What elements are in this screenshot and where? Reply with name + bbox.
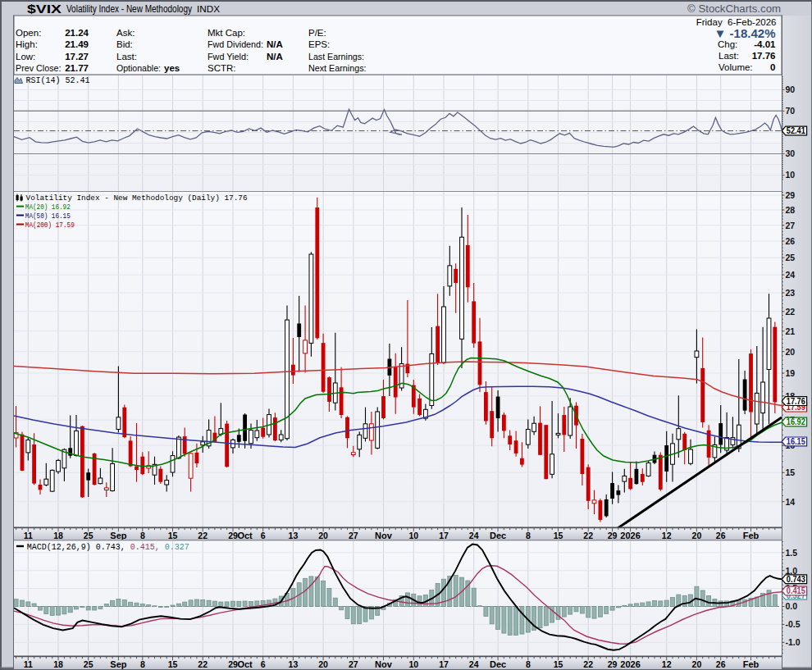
svg-text:15: 15 xyxy=(554,659,563,669)
svg-text:Dec: Dec xyxy=(490,531,506,540)
svg-text:22: 22 xyxy=(583,531,593,540)
svg-text:10: 10 xyxy=(408,531,418,540)
svg-text:26: 26 xyxy=(786,236,796,246)
svg-text:14: 14 xyxy=(786,497,796,507)
svg-text:20: 20 xyxy=(318,659,328,669)
svg-text:22: 22 xyxy=(583,659,593,669)
svg-text:0.0: 0.0 xyxy=(786,601,798,611)
svg-text:21.77: 21.77 xyxy=(65,63,89,73)
svg-text:Fwd Yield:: Fwd Yield: xyxy=(208,52,249,62)
svg-text:12: 12 xyxy=(662,531,672,540)
svg-text:0: 0 xyxy=(770,62,775,72)
svg-text:Last Earnings:: Last Earnings: xyxy=(308,52,364,62)
svg-text:1.5: 1.5 xyxy=(786,548,798,558)
svg-text:24: 24 xyxy=(469,659,479,669)
svg-text:Oct: Oct xyxy=(237,531,253,540)
svg-text:Last:: Last: xyxy=(718,51,739,61)
svg-text:20: 20 xyxy=(318,531,328,540)
svg-text:52.41: 52.41 xyxy=(787,126,805,135)
svg-text:MACD(12,26,9) 0.743,: MACD(12,26,9) 0.743, xyxy=(27,543,125,552)
svg-text:6: 6 xyxy=(261,531,266,540)
svg-text:8: 8 xyxy=(526,531,531,540)
svg-text:12: 12 xyxy=(662,659,672,669)
svg-text:15: 15 xyxy=(168,659,178,669)
svg-text:0.743: 0.743 xyxy=(787,575,805,584)
svg-text:17.76: 17.76 xyxy=(752,51,776,61)
svg-text:18: 18 xyxy=(53,531,63,540)
svg-text:27: 27 xyxy=(349,659,358,669)
svg-text:0.415: 0.415 xyxy=(787,586,805,595)
svg-text:15: 15 xyxy=(786,467,796,477)
svg-text:8: 8 xyxy=(526,659,531,669)
svg-text:RSI(14) 52.41: RSI(14) 52.41 xyxy=(26,76,90,85)
svg-text:25: 25 xyxy=(84,659,94,669)
svg-text:P/E:: P/E: xyxy=(308,28,326,38)
svg-text:2026: 2026 xyxy=(620,531,640,540)
svg-text:10: 10 xyxy=(786,170,796,180)
svg-text:22: 22 xyxy=(198,531,208,540)
svg-text:15: 15 xyxy=(168,531,178,540)
svg-text:MA(200) 17.59: MA(200) 17.59 xyxy=(25,221,75,230)
svg-text:21.24: 21.24 xyxy=(65,28,89,38)
svg-text:Mkt Cap:: Mkt Cap: xyxy=(208,28,245,38)
svg-text:Volume:: Volume: xyxy=(718,62,753,72)
svg-text:Next Earnings:: Next Earnings: xyxy=(308,63,367,73)
svg-text:20: 20 xyxy=(786,347,796,357)
svg-text:Nov: Nov xyxy=(375,659,393,669)
svg-text:1.0: 1.0 xyxy=(786,566,798,576)
svg-text:yes: yes xyxy=(164,63,180,73)
svg-text:23: 23 xyxy=(786,288,796,298)
svg-text:Chg:: Chg: xyxy=(718,39,737,49)
svg-text:24: 24 xyxy=(469,531,479,540)
svg-text:0.415,: 0.415, xyxy=(130,543,160,552)
svg-text:Last:: Last: xyxy=(116,52,137,62)
svg-text:17: 17 xyxy=(439,531,449,540)
svg-text:17.76: 17.76 xyxy=(787,397,805,406)
svg-text:Fwd Dividend:: Fwd Dividend: xyxy=(208,39,263,49)
svg-text:-0.5: -0.5 xyxy=(786,619,801,629)
svg-text:MA(50) 16.15: MA(50) 16.15 xyxy=(25,212,71,221)
svg-text:22: 22 xyxy=(786,307,796,317)
svg-text:27: 27 xyxy=(786,221,796,230)
svg-text:26: 26 xyxy=(716,659,726,669)
svg-text:18: 18 xyxy=(53,659,63,669)
svg-text:Volatility Index - New Methodo: Volatility Index - New Methodology xyxy=(66,3,192,15)
svg-text:Sep: Sep xyxy=(110,531,126,540)
svg-text:Prev Close:: Prev Close: xyxy=(16,63,62,73)
svg-text:30: 30 xyxy=(786,148,796,158)
svg-text:16.15: 16.15 xyxy=(787,437,805,446)
svg-text:11: 11 xyxy=(24,659,33,669)
svg-text:27: 27 xyxy=(349,531,358,540)
svg-text:29: 29 xyxy=(228,531,238,540)
svg-text:© StockCharts.com: © StockCharts.com xyxy=(687,3,781,15)
svg-text:N/A: N/A xyxy=(267,39,283,49)
svg-text:Optionable:: Optionable: xyxy=(116,63,161,73)
svg-text:Low:: Low: xyxy=(16,52,35,62)
svg-text:N/A: N/A xyxy=(267,52,283,62)
svg-text:8: 8 xyxy=(140,659,145,669)
svg-text:70: 70 xyxy=(786,106,796,116)
svg-text:SCTR:: SCTR: xyxy=(208,63,236,73)
svg-text:29: 29 xyxy=(608,531,618,540)
svg-text:21: 21 xyxy=(786,326,796,336)
svg-text:Nov: Nov xyxy=(375,531,393,540)
svg-text:6: 6 xyxy=(261,659,266,669)
svg-text:28: 28 xyxy=(786,205,796,215)
svg-text:16.92: 16.92 xyxy=(787,417,805,426)
svg-text:19: 19 xyxy=(786,368,796,378)
svg-text:Feb: Feb xyxy=(743,659,760,669)
svg-text:11: 11 xyxy=(24,531,33,540)
svg-text:25: 25 xyxy=(84,531,94,540)
svg-text:EPS:: EPS: xyxy=(308,39,330,49)
svg-text:8: 8 xyxy=(140,531,145,540)
svg-text:26: 26 xyxy=(716,531,726,540)
svg-text:High:: High: xyxy=(16,39,38,49)
svg-text:17: 17 xyxy=(439,659,449,669)
svg-text:Open:: Open: xyxy=(16,28,41,38)
svg-text:Bid:: Bid: xyxy=(116,39,133,49)
svg-text:2026: 2026 xyxy=(620,659,640,669)
svg-text:13: 13 xyxy=(289,531,299,540)
svg-text:▼ -18.42%: ▼ -18.42% xyxy=(714,26,776,40)
svg-text:-1.0: -1.0 xyxy=(786,637,801,647)
svg-text:20: 20 xyxy=(692,531,702,540)
